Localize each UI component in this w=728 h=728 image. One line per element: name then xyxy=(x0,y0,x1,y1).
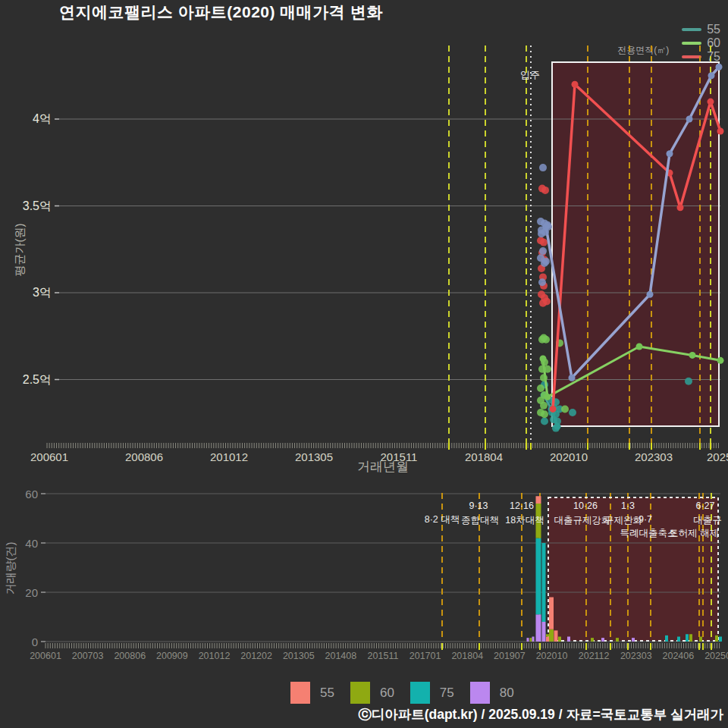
volume-bar-55 xyxy=(549,598,554,629)
price-y-tick-label: 2.5억 xyxy=(6,372,52,388)
move-in-annotation: 입주 xyxy=(520,68,540,82)
volume-bar-80 xyxy=(532,637,535,642)
policy-annotation: 대출규 xyxy=(693,514,722,527)
volume-bar-60 xyxy=(530,638,532,642)
volume-x-tick-label: 201012 xyxy=(199,651,231,661)
volume-bar-60 xyxy=(558,637,561,642)
price-x-tick-label: 202010 xyxy=(550,450,588,463)
series-marker-60 xyxy=(717,357,724,364)
scatter-point-80 xyxy=(538,278,546,286)
scatter-point-60 xyxy=(541,359,548,366)
scatter-point-75 xyxy=(540,239,548,246)
volume-x-tick-label: 202112 xyxy=(579,651,610,661)
policy-annotation: 8·2 대책 xyxy=(425,513,460,526)
series-marker-80 xyxy=(647,291,654,298)
volume-y-tick-label: 40 xyxy=(8,537,38,550)
price-x-tick-label: 200601 xyxy=(30,450,68,463)
volume-legend-label-55: 55 xyxy=(320,686,334,701)
series-marker-75 xyxy=(708,99,714,105)
scatter-point-55 xyxy=(685,378,692,385)
price-x-tick-label: 201804 xyxy=(465,450,503,463)
volume-x-tick-label: 200909 xyxy=(156,651,188,661)
volume-x-tick-label: 200703 xyxy=(72,651,104,661)
policy-annotation: 10·26 xyxy=(573,500,598,511)
policy-annotation: 대출규제강화 xyxy=(554,514,611,527)
volume-x-tick-label: 201511 xyxy=(368,651,399,661)
series-marker-60 xyxy=(689,352,696,359)
volume-legend-swatch-80 xyxy=(470,682,490,704)
series-marker-80 xyxy=(569,375,576,381)
volume-bar-80 xyxy=(527,638,529,642)
volume-bar-60 xyxy=(591,638,594,642)
policy-annotation: 1·3 xyxy=(621,500,635,511)
volume-legend-label-60: 60 xyxy=(380,686,394,701)
scatter-point-80 xyxy=(539,164,547,171)
volume-bar-55 xyxy=(546,637,549,642)
volume-bar-60 xyxy=(689,634,692,642)
price-y-tick-label: 4억 xyxy=(6,111,52,127)
volume-bar-75 xyxy=(536,538,541,615)
volume-bar-60 xyxy=(546,634,549,636)
volume-bar-75 xyxy=(677,637,680,642)
page: 연지에코팰리스 아파트(2020) 매매가격 변화 전용면적(㎡) 556075… xyxy=(0,0,728,728)
volume-bar-80 xyxy=(542,622,546,642)
series-marker-75 xyxy=(550,406,557,413)
scatter-point-80 xyxy=(538,230,545,237)
price-x-tick-label: 202508 xyxy=(707,450,728,463)
volume-x-tick-label: 202508 xyxy=(704,651,728,661)
volume-bar-60 xyxy=(616,638,619,642)
volume-bar-60 xyxy=(699,637,702,642)
volume-x-tick-label: 201804 xyxy=(451,651,483,661)
price-x-tick-label: 201511 xyxy=(381,450,418,463)
series-marker-75 xyxy=(717,128,724,135)
scatter-point-60 xyxy=(540,402,548,410)
series-marker-80 xyxy=(667,150,673,157)
price-x-tick-label: 202303 xyxy=(635,450,673,463)
scatter-point-80 xyxy=(539,247,547,255)
series-marker-60 xyxy=(636,343,643,350)
series-marker-75 xyxy=(677,204,684,211)
volume-x-tick-label: 202010 xyxy=(536,651,568,661)
scatter-point-55 xyxy=(541,417,548,425)
volume-x-tick-label: 202303 xyxy=(620,651,652,661)
volume-legend: 55607580 xyxy=(290,682,530,704)
policy-annotation: 종합대책 xyxy=(461,514,499,527)
series-marker-80 xyxy=(716,64,723,71)
charts-canvas xyxy=(0,0,728,728)
price-y-tick-label: 3.5억 xyxy=(6,198,52,214)
scatter-point-60 xyxy=(561,405,569,413)
volume-x-tick-label: 201701 xyxy=(410,651,441,661)
volume-bar-75 xyxy=(542,543,546,622)
volume-x-tick-label: 200806 xyxy=(114,651,146,661)
scatter-point-55 xyxy=(552,425,560,432)
volume-legend-swatch-60 xyxy=(350,682,370,704)
policy-annotation: 9·13 xyxy=(469,500,488,511)
volume-bar-60 xyxy=(549,629,554,642)
scatter-point-75 xyxy=(541,187,549,194)
volume-bar-80 xyxy=(632,638,635,642)
policy-annotation: 6·27 xyxy=(695,500,714,511)
price-y-axis-label: 평균가(원) xyxy=(13,205,27,296)
volume-legend-swatch-75 xyxy=(410,682,430,704)
price-x-tick-label: 201305 xyxy=(295,450,333,463)
volume-bar-60 xyxy=(715,635,718,642)
volume-bar-80 xyxy=(567,637,570,642)
series-marker-80 xyxy=(708,72,715,79)
scatter-point-60 xyxy=(541,410,548,418)
volume-legend-swatch-55 xyxy=(290,682,310,704)
policy-annotation: 9·7 xyxy=(639,514,652,525)
scatter-point-60 xyxy=(542,336,550,344)
volume-legend-label-75: 75 xyxy=(440,686,454,701)
volume-bar-75 xyxy=(665,635,668,642)
price-x-tick-label: 200806 xyxy=(125,450,163,463)
scatter-point-80 xyxy=(544,223,552,231)
volume-bar-55 xyxy=(536,496,541,504)
volume-bar-75 xyxy=(686,634,689,642)
series-marker-75 xyxy=(572,81,579,88)
volume-bar-80 xyxy=(536,614,541,642)
policy-annotation: 12·16 xyxy=(510,500,534,511)
scatter-point-60 xyxy=(540,374,548,381)
price-y-tick-label: 3억 xyxy=(6,285,52,301)
volume-bar-55 xyxy=(554,630,558,642)
volume-x-tick-label: 201202 xyxy=(240,651,272,661)
